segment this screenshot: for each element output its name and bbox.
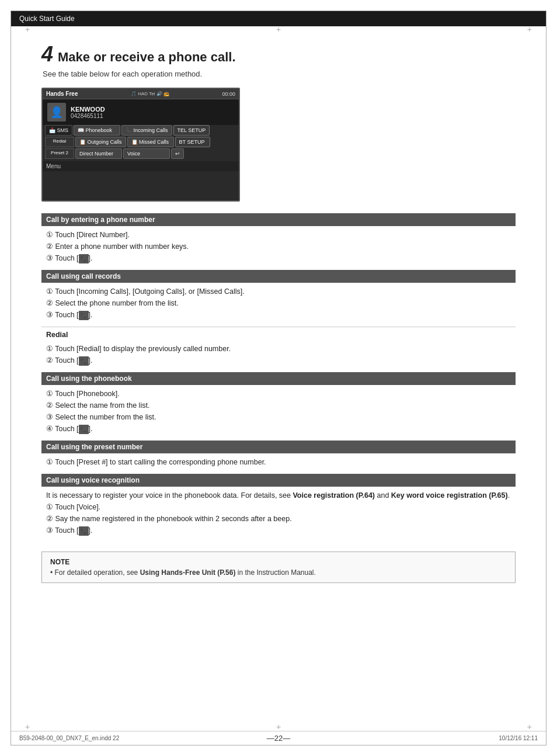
section-call-records: Call using call records ① Touch [Incomin… bbox=[41, 270, 516, 325]
device-status-icons: 🎵 HAD Tel 🔊 📻 bbox=[131, 91, 169, 96]
device-btn-sms[interactable]: 📩 SMS bbox=[45, 125, 72, 136]
step-item: ② Touch [📞]. bbox=[46, 355, 511, 366]
corner-mark-tl: + bbox=[25, 25, 30, 33]
step-item: ① Touch [Preset #] to start calling the … bbox=[46, 456, 511, 468]
main-content: 4 Make or receive a phone call. See the … bbox=[11, 26, 546, 606]
step-item: ① Touch [Redial] to display the previous… bbox=[46, 343, 511, 355]
phone-icon: 📞 bbox=[79, 311, 89, 320]
section-header-redial: Redial bbox=[41, 327, 516, 340]
section-preset: Call using the preset number ① Touch [Pr… bbox=[41, 441, 516, 473]
step-item: ① Touch [Direct Number]. bbox=[46, 229, 511, 241]
device-btn-redial[interactable]: Redial bbox=[45, 137, 74, 147]
note-title: NOTE bbox=[50, 558, 507, 566]
device-btn-outgoing[interactable]: 📋 Outgoing Calls bbox=[75, 137, 126, 147]
section-header-voice: Call using voice recognition bbox=[41, 474, 516, 487]
device-menu-bar: Menu bbox=[43, 161, 239, 171]
corner-mark-tm: + bbox=[276, 25, 281, 33]
corner-mark-bm: + bbox=[276, 723, 281, 731]
phone-icon: 📞 bbox=[79, 526, 89, 536]
device-btn-voice[interactable]: Voice bbox=[123, 148, 170, 159]
header-label: Quick Start Guide bbox=[19, 15, 75, 23]
step-title: Make or receive a phone call. bbox=[58, 50, 235, 65]
device-btn-incoming[interactable]: 📞 Incoming Calls bbox=[121, 125, 172, 136]
device-avatar: 👤 bbox=[47, 103, 66, 122]
corner-mark-bl: + bbox=[25, 723, 30, 731]
step-item: ③ Touch [📞]. bbox=[46, 309, 511, 321]
step-heading: 4 Make or receive a phone call. bbox=[41, 44, 516, 65]
device-row-1: 📩 SMS 📖 Phonebook 📞 Incoming Calls TEL S… bbox=[43, 125, 239, 137]
footer-left: B59-2048-00_00_DNX7_E_en.indd 22 bbox=[19, 735, 119, 741]
note-body: • For detailed operation, see Using Hand… bbox=[50, 568, 507, 577]
step-item: ① Touch [Phonebook]. bbox=[46, 388, 511, 400]
device-btn-back[interactable]: ↩ bbox=[171, 148, 184, 159]
footer-right: 10/12/16 12:11 bbox=[499, 735, 538, 741]
device-caller-info: KENWOOD 0428465111 bbox=[71, 106, 105, 119]
section-body-call-records: ① Touch [Incoming Calls], [Outgoing Call… bbox=[41, 283, 516, 325]
section-body-voice: It is necessary to register your voice i… bbox=[41, 487, 516, 541]
voice-intro: It is necessary to register your voice i… bbox=[46, 490, 511, 501]
section-header-preset: Call using the preset number bbox=[41, 441, 516, 453]
device-btn-bt-setup[interactable]: BT SETUP bbox=[175, 137, 210, 147]
step-item: ② Say the name registered in the phonebo… bbox=[46, 513, 511, 525]
step-item: ③ Touch [📞]. bbox=[46, 525, 511, 536]
section-redial: Redial ① Touch [Redial] to display the p… bbox=[41, 327, 516, 371]
device-title: Hands Free bbox=[46, 91, 78, 97]
section-body-call-by-number: ① Touch [Direct Number]. ② Enter a phone… bbox=[41, 226, 516, 269]
device-btn-tel-setup[interactable]: TEL SETUP bbox=[173, 125, 210, 136]
section-body-preset: ① Touch [Preset #] to start calling the … bbox=[41, 453, 516, 473]
device-row-3: Preset 2 Direct Number Voice ↩ bbox=[43, 148, 239, 160]
section-voice: Call using voice recognition It is neces… bbox=[41, 474, 516, 541]
section-header-phonebook: Call using the phonebook bbox=[41, 372, 516, 385]
corner-mark-br: + bbox=[527, 723, 532, 731]
device-btn-phonebook[interactable]: 📖 Phonebook bbox=[74, 125, 120, 136]
device-screen: Hands Free 🎵 HAD Tel 🔊 📻 00:00 👤 KENWOOD… bbox=[41, 88, 240, 202]
phone-icon: 📞 bbox=[79, 254, 89, 263]
section-call-by-number: Call by entering a phone number ① Touch … bbox=[41, 213, 516, 269]
step-item: ④ Touch [📞]. bbox=[46, 423, 511, 435]
corner-mark-tr: + bbox=[527, 25, 532, 33]
section-body-phonebook: ① Touch [Phonebook]. ② Select the name f… bbox=[41, 385, 516, 439]
device-caller-area: 👤 KENWOOD 0428465111 bbox=[43, 99, 239, 125]
note-box: NOTE • For detailed operation, see Using… bbox=[41, 552, 516, 583]
device-topbar: Hands Free 🎵 HAD Tel 🔊 📻 00:00 bbox=[43, 89, 239, 99]
section-phonebook: Call using the phonebook ① Touch [Phoneb… bbox=[41, 372, 516, 439]
device-caller-name: KENWOOD bbox=[71, 106, 105, 113]
device-btn-direct[interactable]: Direct Number bbox=[75, 148, 122, 159]
device-btn-preset2[interactable]: Preset 2 bbox=[45, 148, 74, 159]
step-item: ③ Touch [📞]. bbox=[46, 252, 511, 264]
device-caller-number: 0428465111 bbox=[71, 113, 105, 119]
section-header-call-records: Call using call records bbox=[41, 270, 516, 283]
step-item: ① Touch [Incoming Calls], [Outgoing Call… bbox=[46, 286, 511, 297]
step-item: ③ Select the number from the list. bbox=[46, 411, 511, 423]
step-subtitle: See the table below for each operation m… bbox=[43, 70, 516, 78]
note-bold: Using Hands-Free Unit (P.56) bbox=[140, 568, 236, 577]
page-frame: + + + + + + Quick Start Guide 4 Make or … bbox=[11, 11, 546, 745]
step-item: ② Select the name from the list. bbox=[46, 400, 511, 411]
step-item: ② Enter a phone number with number keys. bbox=[46, 241, 511, 252]
step-item: ① Touch [Voice]. bbox=[46, 501, 511, 513]
step-number: 4 bbox=[41, 44, 53, 65]
footer-center: —22— bbox=[267, 734, 290, 743]
section-header-call-by-number: Call by entering a phone number bbox=[41, 213, 516, 226]
device-btn-missed[interactable]: 📋 Missed Calls bbox=[127, 137, 174, 147]
phone-icon: 📞 bbox=[79, 425, 89, 434]
phone-icon: 📞 bbox=[79, 356, 89, 366]
footer: B59-2048-00_00_DNX7_E_en.indd 22 —22— 10… bbox=[11, 731, 546, 745]
section-body-redial: ① Touch [Redial] to display the previous… bbox=[41, 340, 516, 371]
device-time: 00:00 bbox=[222, 91, 235, 97]
step-item: ② Select the phone number from the list. bbox=[46, 297, 511, 309]
device-row-2: Redial 📋 Outgoing Calls 📋 Missed Calls B… bbox=[43, 137, 239, 148]
